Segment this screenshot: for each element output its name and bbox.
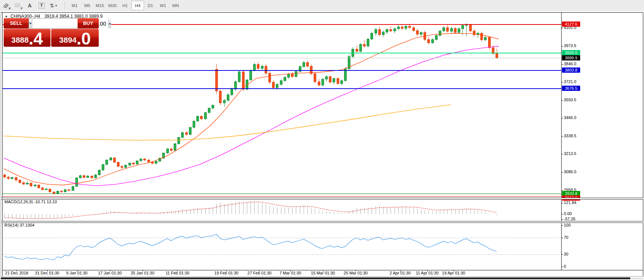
current-price-badge: 3889.9 bbox=[562, 55, 580, 60]
timeframe-button-M15[interactable]: M15 bbox=[94, 1, 106, 10]
rsi-axis-tick: 0 bbox=[564, 264, 566, 269]
macd-label: MACD(12,26,9) -10.71 13.10 bbox=[4, 200, 57, 204]
sell-price-fraction: .4 bbox=[29, 32, 43, 46]
price-axis-tick: 3466.0 bbox=[564, 115, 576, 120]
timeframe-button-W1[interactable]: W1 bbox=[157, 1, 169, 10]
triangle-down-icon bbox=[29, 23, 32, 24]
macd-axis-tick: -57.26 bbox=[564, 217, 575, 221]
time-axis-label: 9 Jan 01:30 bbox=[66, 271, 88, 275]
sell-button[interactable]: SELL bbox=[4, 18, 29, 29]
timeframe-button-D1[interactable]: D1 bbox=[144, 1, 157, 10]
chart-expand-icon: ▲ bbox=[5, 14, 8, 18]
time-axis-label: 17 Jan 01:30 bbox=[98, 271, 122, 275]
text-box-icon[interactable]: T bbox=[36, 1, 47, 10]
price-axis-tick: 3338.5 bbox=[564, 134, 576, 138]
time-axis-label: 2 Apr 01:30 bbox=[390, 271, 411, 275]
price-axis-tick: 3721.0 bbox=[564, 79, 576, 84]
time-axis-label: 31 Dec 01:30 bbox=[35, 271, 59, 275]
price-axis-tick: 3593.5 bbox=[564, 98, 576, 102]
toolbar-separator bbox=[65, 1, 65, 10]
time-axis-label: 19 Feb 01:30 bbox=[215, 271, 239, 275]
sell-price-display[interactable]: 3888.4 bbox=[4, 29, 50, 47]
price-level-badge: 4127.6 bbox=[562, 22, 580, 27]
macd-axis-tick: 121.84 bbox=[564, 200, 576, 205]
time-axis-label: 19 Apr 01:30 bbox=[442, 271, 465, 275]
arrows-glyph: ⇅ bbox=[50, 3, 54, 9]
triangle-up-icon bbox=[108, 23, 111, 24]
price-axis-tick: 3213.5 bbox=[564, 151, 576, 156]
price-level-badge: 3676.5 bbox=[562, 86, 580, 91]
timeframe-button-H4[interactable]: H4 bbox=[131, 1, 144, 10]
timeframe-group: M1M5M15M30H1H4D1W1MN bbox=[68, 1, 182, 10]
price-level-badge: 3803.8 bbox=[562, 67, 580, 73]
timeframe-button-M5[interactable]: M5 bbox=[81, 1, 94, 10]
time-axis-label: 7 Mar 01:30 bbox=[279, 271, 301, 275]
price-axis-tick: 3086.0 bbox=[564, 169, 576, 174]
time-axis-label: 11 Apr 01:30 bbox=[416, 271, 439, 275]
price-axis-tick: 3973.5 bbox=[564, 43, 576, 48]
time-axis-label: 11 Feb 01:30 bbox=[166, 271, 189, 275]
dropdown-caret-icon: ▾ bbox=[55, 4, 57, 7]
scrollbar-track[interactable] bbox=[631, 278, 643, 279]
letter-a: A bbox=[28, 3, 32, 9]
tool-sub-label: E bbox=[9, 7, 11, 10]
volume-increase-button[interactable] bbox=[108, 19, 111, 28]
tool-sub-label: F bbox=[21, 7, 23, 10]
trade-panel-top-row: SELL BUY bbox=[4, 18, 99, 29]
time-axis-label: 27 Feb 01:30 bbox=[248, 271, 272, 275]
rsi-axis-tick: 30 bbox=[564, 252, 568, 256]
price-level-badge: 3926.0 bbox=[562, 50, 580, 55]
time-axis-label: 25 Jan 01:30 bbox=[131, 271, 154, 275]
equidistant-channel-icon[interactable]: E bbox=[1, 1, 11, 10]
arrows-icon[interactable]: ⇅ ▾ bbox=[48, 1, 59, 10]
time-axis-label: 21 Dec 2018 bbox=[5, 271, 28, 275]
macd-panel-splitter[interactable] bbox=[1, 198, 643, 200]
fibonacci-retracement-icon[interactable]: F bbox=[13, 1, 23, 10]
rsi-axis-tick: 100 bbox=[564, 223, 571, 227]
time-axis-label: 25 Mar 01:30 bbox=[344, 271, 368, 275]
time-axis-label: 15 Mar 01:30 bbox=[311, 271, 335, 275]
rsi-label: RSI(14) 37.1304 bbox=[4, 223, 35, 227]
volume-decrease-button[interactable] bbox=[29, 19, 32, 28]
timeframe-button-M30[interactable]: M30 bbox=[106, 1, 119, 10]
letter-t: T bbox=[39, 3, 44, 9]
sell-price-main: 3888 bbox=[11, 36, 29, 45]
rsi-axis-tick: 70 bbox=[564, 235, 568, 240]
price-axis-tick: 3846.0 bbox=[564, 62, 576, 66]
buy-button[interactable]: BUY bbox=[78, 18, 99, 29]
horizontal-scrollbar bbox=[0, 277, 644, 280]
rsi-panel-splitter[interactable] bbox=[1, 221, 643, 223]
text-label-icon[interactable]: A bbox=[24, 1, 35, 10]
timeframe-button-MN[interactable]: MN bbox=[169, 1, 182, 10]
macd-axis-tick: 0.00 bbox=[564, 211, 572, 216]
timeframe-button-M1[interactable]: M1 bbox=[68, 1, 81, 10]
volume-stepper bbox=[29, 18, 78, 29]
scrollbar-thumb[interactable] bbox=[1, 277, 630, 279]
timeframe-button-H1[interactable]: H1 bbox=[119, 1, 131, 10]
toolbar: E F A T ⇅ ▾ M1M5M15M30H1H4D1W1MN bbox=[0, 0, 644, 11]
buy-price-fraction: .0 bbox=[76, 32, 91, 46]
buy-price-display[interactable]: 3894.0 bbox=[51, 29, 99, 47]
mt4-terminal: { "icons": {"chart_expand": "\u25b2", "a… bbox=[0, 0, 644, 280]
one-click-trading-panel: SELL BUY 3888.4 3894.0 bbox=[4, 18, 99, 47]
buy-price-main: 3894 bbox=[59, 36, 76, 45]
